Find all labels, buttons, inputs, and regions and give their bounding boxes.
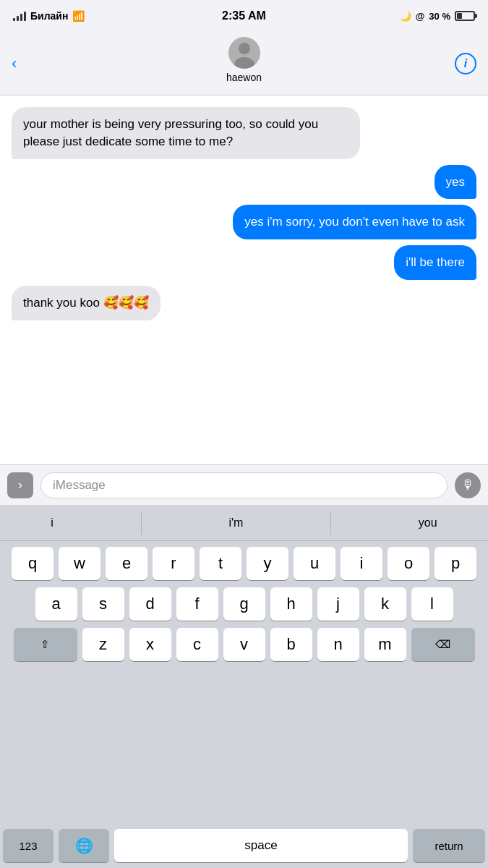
message-row-5: thank you koo 🥰🥰🥰	[12, 286, 476, 320]
carrier-name: Билайн	[30, 10, 68, 22]
keyboard-suggestions: i i'm you	[0, 505, 488, 541]
key-x[interactable]: x	[129, 628, 171, 661]
key-b[interactable]: b	[270, 628, 312, 661]
key-a[interactable]: a	[35, 587, 77, 621]
signal-bar-1	[13, 18, 15, 21]
return-key[interactable]: return	[413, 829, 485, 862]
delete-key[interactable]: ⌫	[411, 628, 475, 661]
key-y[interactable]: y	[247, 547, 288, 580]
svg-point-1	[239, 43, 250, 54]
battery-percent: 30 %	[429, 11, 450, 22]
bubble-sent-2: yes	[435, 165, 476, 200]
key-f[interactable]: f	[176, 587, 218, 621]
key-z[interactable]: z	[82, 628, 124, 661]
status-time: 2:35 AM	[222, 9, 266, 22]
status-bar: Билайн 📶 2:35 AM 🌙 @ 30 %	[0, 0, 488, 32]
key-m[interactable]: m	[364, 628, 406, 661]
message-row-2: yes	[12, 165, 476, 200]
key-t[interactable]: t	[200, 547, 241, 580]
suggestion-1[interactable]: i	[36, 516, 68, 529]
key-w[interactable]: w	[59, 547, 100, 580]
arrow-icon: ›	[18, 477, 22, 493]
key-u[interactable]: u	[294, 547, 335, 580]
mic-button[interactable]: 🎙	[455, 472, 481, 498]
key-p[interactable]: p	[435, 547, 476, 580]
back-button[interactable]: ‹	[12, 54, 17, 73]
input-placeholder: iMessage	[53, 478, 106, 493]
message-row-1: your mother is being very pressuring too…	[12, 107, 476, 159]
key-c[interactable]: c	[176, 628, 218, 661]
message-text-2: yes	[446, 175, 465, 189]
at-icon: @	[416, 11, 425, 22]
bubble-sent-3: yes i'm sorry, you don't even have to as…	[233, 205, 476, 239]
key-e[interactable]: e	[106, 547, 147, 580]
suggestion-divider-1	[141, 511, 142, 535]
input-bar: › iMessage 🎙	[0, 464, 488, 505]
message-text-4: i'll be there	[406, 255, 465, 269]
info-button[interactable]: i	[455, 53, 476, 75]
key-i[interactable]: i	[341, 547, 382, 580]
key-v[interactable]: v	[223, 628, 265, 661]
signal-bar-3	[20, 14, 22, 21]
message-text-3: yes i'm sorry, you don't even have to as…	[244, 215, 465, 229]
key-q[interactable]: q	[12, 547, 53, 580]
wifi-icon: 📶	[72, 10, 85, 22]
chat-area: your mother is being very pressuring too…	[0, 95, 488, 464]
nav-bar: ‹ haewon i	[0, 32, 488, 95]
signal-bar-4	[24, 12, 26, 21]
key-s[interactable]: s	[82, 587, 124, 621]
return-label: return	[435, 840, 463, 852]
numbers-key[interactable]: 123	[3, 829, 53, 862]
bubble-received-5: thank you koo 🥰🥰🥰	[12, 286, 160, 320]
key-g[interactable]: g	[223, 587, 265, 621]
status-left: Билайн 📶	[13, 10, 85, 22]
contact-name[interactable]: haewon	[226, 72, 262, 83]
key-r[interactable]: r	[153, 547, 194, 580]
space-label: space	[244, 838, 277, 853]
mic-icon: 🎙	[461, 477, 474, 493]
avatar-image	[228, 37, 260, 69]
key-l[interactable]: l	[411, 587, 453, 621]
bubble-sent-4: i'll be there	[394, 245, 476, 280]
message-row-3: yes i'm sorry, you don't even have to as…	[12, 205, 476, 239]
key-row-1: q w e r t y u i o p	[3, 547, 485, 580]
signal-bar-2	[17, 16, 19, 21]
shift-key[interactable]: ⇧	[14, 628, 77, 661]
message-row-4: i'll be there	[12, 245, 476, 280]
message-text-5: thank you koo 🥰🥰🥰	[23, 296, 149, 310]
avatar	[228, 37, 260, 69]
message-text-1: your mother is being very pressuring too…	[23, 117, 318, 148]
battery-icon	[455, 11, 475, 21]
expand-button[interactable]: ›	[7, 472, 33, 498]
suggestion-2[interactable]: i'm	[214, 516, 257, 529]
key-row-3: ⇧ z x c v b n m ⌫	[3, 628, 485, 661]
key-d[interactable]: d	[129, 587, 171, 621]
space-key[interactable]: space	[114, 829, 408, 862]
keyboard-bottom-row: 123 🌐 space return	[0, 829, 488, 868]
suggestion-divider-2	[330, 511, 331, 535]
key-j[interactable]: j	[317, 587, 359, 621]
moon-icon: 🌙	[400, 11, 411, 22]
signal-bars	[13, 11, 26, 21]
key-k[interactable]: k	[364, 587, 406, 621]
battery-fill	[457, 13, 462, 19]
key-h[interactable]: h	[270, 587, 312, 621]
key-n[interactable]: n	[317, 628, 359, 661]
key-row-2: a s d f g h j k l	[3, 587, 485, 621]
status-right: 🌙 @ 30 %	[400, 11, 475, 22]
keyboard: i i'm you q w e r t y u i o p a s d f g …	[0, 505, 488, 868]
key-o[interactable]: o	[388, 547, 429, 580]
keyboard-rows: q w e r t y u i o p a s d f g h j k l ⇧ …	[0, 541, 488, 829]
globe-icon: 🌐	[75, 837, 93, 854]
numbers-label: 123	[19, 840, 37, 852]
bubble-received-1: your mother is being very pressuring too…	[12, 107, 360, 159]
message-input[interactable]: iMessage	[40, 472, 448, 498]
globe-key[interactable]: 🌐	[59, 829, 109, 862]
suggestion-3[interactable]: you	[404, 516, 452, 529]
